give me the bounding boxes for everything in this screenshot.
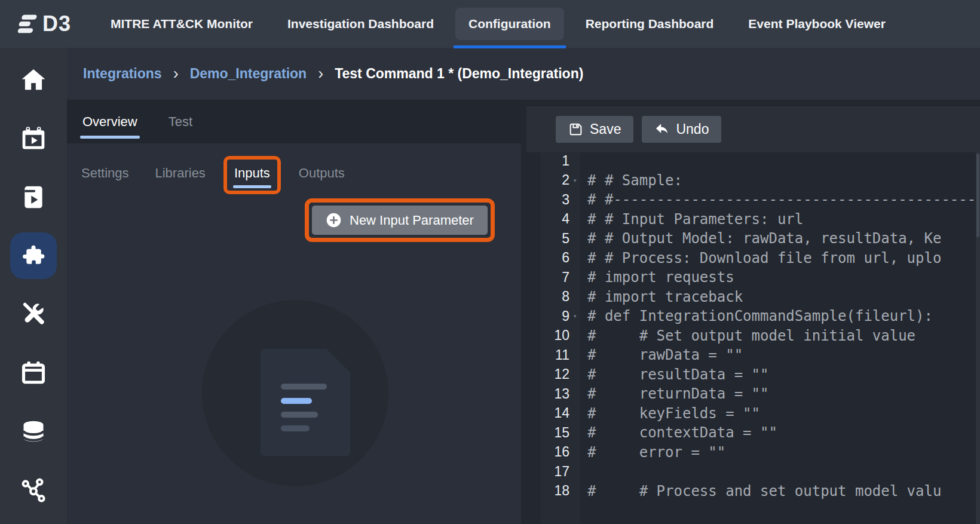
code-editor-lines: 1 2 ▾ # # Sample: 3 # #-----------------… <box>522 152 980 501</box>
breadcrumb-current-page: Test Command 1 * (Demo_Integration) <box>335 66 583 82</box>
database-icon <box>20 418 47 445</box>
sidebar-item-calendar[interactable] <box>20 359 47 387</box>
main-nav: MITRE ATT&CK Monitor Investigation Dashb… <box>89 0 899 48</box>
command-panel-body: Settings Libraries Inputs Outputs New In… <box>67 143 521 524</box>
line-number: 13 <box>541 386 569 402</box>
code-text: # # Sample: <box>587 172 682 189</box>
code-line[interactable]: 15 # contextData = "" <box>522 423 980 443</box>
undo-icon <box>654 122 669 137</box>
code-text: # contextData = "" <box>587 424 777 441</box>
code-line[interactable]: 6 # # Process: Download file from url, u… <box>522 249 980 268</box>
line-number: 8 <box>541 289 569 305</box>
nav-item-configuration[interactable]: Configuration <box>455 8 564 40</box>
breadcrumb-link-integrations[interactable]: Integrations <box>83 66 162 82</box>
sidebar-item-utilities[interactable] <box>20 301 47 328</box>
subtab-outputs[interactable]: Outputs <box>299 166 345 181</box>
code-line[interactable]: 1 <box>522 152 980 171</box>
line-number: 17 <box>541 464 569 480</box>
code-editor[interactable]: 1 2 ▾ # # Sample: 3 # #-----------------… <box>522 152 980 524</box>
code-text: # keyFields = "" <box>587 405 760 422</box>
save-button-label: Save <box>590 121 621 137</box>
logo-text: D3 <box>42 11 71 36</box>
code-text: # # Process and set output model valu <box>587 483 941 500</box>
line-number: 14 <box>541 405 569 421</box>
subtab-libraries[interactable]: Libraries <box>155 166 206 181</box>
top-navbar: D3 MITRE ATT&CK Monitor Investigation Da… <box>0 0 980 48</box>
empty-state-document-icon <box>261 349 350 456</box>
chevron-right-icon: › <box>318 66 323 82</box>
line-number: 9 <box>541 308 569 324</box>
line-number: 2 <box>541 172 569 188</box>
code-line[interactable]: 8 # import traceback <box>522 287 980 307</box>
sidebar-item-home[interactable] <box>20 66 47 94</box>
sidebar-item-connections[interactable] <box>20 476 47 504</box>
new-input-button-highlight-box: New Input Parameter <box>305 198 495 242</box>
sidebar-item-integrations[interactable] <box>10 232 57 279</box>
new-input-parameter-button[interactable]: New Input Parameter <box>312 206 488 235</box>
integrations-puzzle-icon <box>21 243 46 268</box>
code-text: # resultData = "" <box>587 366 768 383</box>
tools-icon <box>20 301 47 327</box>
sidebar-item-playbooks[interactable] <box>20 183 47 211</box>
code-line[interactable]: 14 # keyFields = "" <box>522 404 980 424</box>
undo-button-label: Undo <box>676 121 709 137</box>
nav-item-mitre-attack-monitor[interactable]: MITRE ATT&CK Monitor <box>97 8 266 40</box>
code-line[interactable]: 2 ▾ # # Sample: <box>522 171 980 191</box>
code-text: # # Input Parameters: url <box>587 211 803 228</box>
code-line[interactable]: 5 # # Output Model: rawData, resultData,… <box>522 229 980 249</box>
code-line[interactable]: 3 # #-----------------------------------… <box>522 190 980 210</box>
code-line[interactable]: 12 # resultData = "" <box>522 365 980 385</box>
chevron-right-icon: › <box>173 66 179 82</box>
line-number: 12 <box>541 366 569 382</box>
line-number: 10 <box>541 327 569 344</box>
sidebar-item-scheduled-playbooks[interactable] <box>20 125 47 152</box>
subtab-settings[interactable]: Settings <box>81 166 129 181</box>
breadcrumb: Integrations › Demo_Integration › Test C… <box>67 48 980 100</box>
save-icon <box>568 122 583 137</box>
inputs-tab-highlight-box: Inputs <box>223 156 281 194</box>
save-button[interactable]: Save <box>556 116 633 143</box>
line-number: 5 <box>541 231 569 247</box>
code-line[interactable]: 13 # returnData = "" <box>522 384 980 404</box>
line-number: 18 <box>541 483 569 499</box>
code-line[interactable]: 11 # rawData = "" <box>522 345 980 365</box>
line-number: 15 <box>541 425 569 441</box>
new-input-row: New Input Parameter <box>305 198 521 242</box>
code-line[interactable]: 7 # import requests <box>522 268 980 287</box>
code-text: # rawData = "" <box>587 347 743 363</box>
nav-item-investigation-dashboard[interactable]: Investigation Dashboard <box>274 8 447 40</box>
code-line[interactable]: 9 ▾ # def IntegrationCommandSample(fileu… <box>522 307 980 326</box>
home-icon <box>20 67 47 93</box>
line-number: 4 <box>541 211 569 227</box>
code-line[interactable]: 18 # # Process and set output model valu <box>522 482 980 501</box>
code-panel: Save Undo 1 2 ▾ # # Sample: <box>522 100 980 524</box>
subtab-inputs[interactable]: Inputs <box>234 166 270 180</box>
line-number: 3 <box>541 192 569 208</box>
nav-item-event-playbook-viewer[interactable]: Event Playbook Viewer <box>735 8 899 40</box>
code-line[interactable]: 10 # # Set output model initial value <box>522 326 980 346</box>
code-text: # def IntegrationCommandSample(fileurl): <box>587 308 933 324</box>
editor-scrollbar[interactable] <box>976 152 980 524</box>
plus-circle-icon <box>326 212 342 228</box>
scrollbar-thumb[interactable] <box>976 154 979 237</box>
code-line[interactable]: 17 <box>522 462 980 482</box>
tab-test[interactable]: Test <box>167 112 194 132</box>
code-line[interactable]: 4 # # Input Parameters: url <box>522 210 980 229</box>
fold-arrow-icon[interactable]: ▾ <box>569 176 580 185</box>
breadcrumb-link-demo-integration[interactable]: Demo_Integration <box>190 66 307 82</box>
code-text: # import requests <box>587 269 734 286</box>
line-number: 7 <box>541 269 569 286</box>
nav-item-reporting-dashboard[interactable]: Reporting Dashboard <box>572 8 727 40</box>
code-text: # # Process: Download file from url, upl… <box>587 250 941 266</box>
d3-logo[interactable]: D3 <box>16 11 71 36</box>
code-line[interactable]: 16 # error = "" <box>522 443 980 462</box>
fold-arrow-icon[interactable]: ▾ <box>569 312 580 320</box>
code-text: # error = "" <box>587 444 725 461</box>
new-input-parameter-label: New Input Parameter <box>350 213 474 228</box>
sidebar-item-data-management[interactable] <box>20 418 47 445</box>
undo-button[interactable]: Undo <box>642 116 721 143</box>
tab-overview[interactable]: Overview <box>81 112 139 132</box>
code-text: # returnData = "" <box>587 385 768 402</box>
d3-logo-icon <box>16 13 39 35</box>
line-number: 11 <box>541 347 569 363</box>
